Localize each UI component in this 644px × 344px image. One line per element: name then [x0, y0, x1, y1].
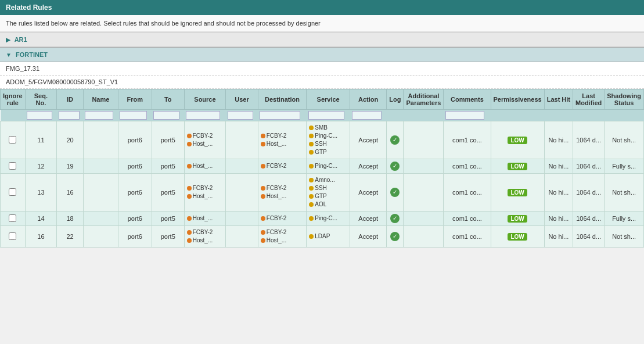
low-badge: LOW [508, 163, 527, 170]
cell-log-0: ✓ [387, 121, 404, 159]
cell-additional-3 [404, 212, 444, 226]
cell-log-2: ✓ [387, 174, 404, 212]
description-text: The rules listed below are related. Sele… [0, 15, 644, 32]
cell-name-4 [83, 226, 118, 248]
cell-last-modified-4: 1064 d... [573, 226, 605, 248]
filter-from-input[interactable] [120, 111, 147, 120]
section-ar1: ▶ AR1 [0, 32, 644, 47]
low-badge: LOW [508, 137, 527, 144]
cell-last-modified-3: 1064 d... [573, 212, 605, 226]
cell-last-modified-2: 1064 d... [573, 174, 605, 212]
filter-to[interactable] [152, 110, 184, 121]
table-row: 1622port6port5FCBY-2Host_...FCBY-2Host_.… [1, 226, 644, 248]
log-check-icon: ✓ [390, 135, 400, 145]
ignore-checkbox-0[interactable] [9, 136, 16, 144]
col-action: Action [350, 89, 387, 110]
filter-id-input[interactable] [59, 111, 80, 120]
col-additional: AdditionalParameters [404, 89, 444, 110]
ignore-checkbox-4[interactable] [9, 232, 16, 240]
col-permissiveness: Permissiveness [491, 89, 544, 110]
filter-to-input[interactable] [153, 111, 179, 120]
cell-destination-3: FCBY-2 [258, 212, 307, 226]
cell-additional-1 [404, 159, 444, 174]
filter-user-input[interactable] [228, 111, 254, 120]
cell-service-4: LDAP [307, 226, 350, 248]
cell-from-4: port6 [118, 226, 152, 248]
cell-source-2: FCBY-2Host_... [184, 174, 225, 212]
filter-seq[interactable] [25, 110, 57, 121]
col-ignore-rule: Ignorerule [1, 89, 26, 110]
section-header-ar1[interactable]: ▶ AR1 [0, 32, 644, 47]
filter-user[interactable] [226, 110, 258, 121]
title-bar: Related Rules [0, 0, 644, 15]
cell-additional-0 [404, 121, 444, 159]
cell-user-3 [226, 212, 258, 226]
rules-table: Ignorerule Seq.No. ID Name From To Sourc… [0, 89, 644, 248]
cell-seq-1: 12 [25, 159, 57, 174]
page-title: Related Rules [6, 3, 52, 12]
col-seq-no: Seq.No. [25, 89, 57, 110]
cell-id-0: 20 [57, 121, 84, 159]
cell-service-3: Ping-C... [307, 212, 350, 226]
table-row: 1316port6port5FCBY-2Host_...FCBY-2Host_.… [1, 174, 644, 212]
low-badge: LOW [508, 215, 527, 223]
arrow-icon-fortinet: ▼ [6, 52, 12, 58]
filter-destination-input[interactable] [260, 111, 300, 120]
cell-comments-1: com1 co... [444, 159, 491, 174]
cell-comments-3: com1 co... [444, 212, 491, 226]
filter-comments[interactable] [444, 110, 491, 121]
filter-from[interactable] [118, 110, 152, 121]
cell-action-1: Accept [350, 159, 387, 174]
cell-last-hit-0: No hi... [544, 121, 573, 159]
filter-id[interactable] [57, 110, 84, 121]
section-label-fortinet: FORTINET [16, 51, 48, 58]
filter-source-input[interactable] [186, 111, 220, 120]
cell-permissiveness-3: LOW [491, 212, 544, 226]
cell-user-0 [226, 121, 258, 159]
subsection-fmg: FMG_17.31 [0, 62, 644, 76]
table-row: 1120port6port5FCBY-2Host_...FCBY-2Host_.… [1, 121, 644, 159]
cell-last-hit-1: No hi... [544, 159, 573, 174]
filter-service-input[interactable] [308, 111, 344, 120]
cell-ignore-1[interactable] [1, 159, 26, 174]
cell-permissiveness-4: LOW [491, 226, 544, 248]
cell-destination-1: FCBY-2 [258, 159, 307, 174]
filter-source[interactable] [184, 110, 225, 121]
cell-action-2: Accept [350, 174, 387, 212]
ignore-checkbox-1[interactable] [9, 162, 16, 170]
filter-name-input[interactable] [85, 111, 113, 120]
log-check-icon: ✓ [390, 162, 400, 171]
cell-to-0: port5 [152, 121, 184, 159]
cell-ignore-4[interactable] [1, 226, 26, 248]
cell-seq-4: 16 [25, 226, 57, 248]
ignore-checkbox-3[interactable] [9, 214, 16, 222]
cell-seq-3: 14 [25, 212, 57, 226]
cell-ignore-0[interactable] [1, 121, 26, 159]
filter-service[interactable] [307, 110, 350, 121]
section-header-fortinet[interactable]: ▼ FORTINET [0, 47, 644, 62]
filter-name[interactable] [83, 110, 118, 121]
ignore-checkbox-2[interactable] [9, 188, 16, 196]
cell-shadowing-status-4: Not sh... [605, 226, 644, 248]
cell-ignore-3[interactable] [1, 212, 26, 226]
cell-to-3: port5 [152, 212, 184, 226]
filter-permissiveness [491, 110, 544, 121]
cell-ignore-2[interactable] [1, 174, 26, 212]
cell-shadowing-status-3: Fully s... [605, 212, 644, 226]
cell-comments-0: com1 co... [444, 121, 491, 159]
cell-action-3: Accept [350, 212, 387, 226]
filter-action[interactable] [350, 110, 387, 121]
cell-comments-4: com1 co... [444, 226, 491, 248]
filter-comments-input[interactable] [445, 111, 485, 120]
cell-seq-0: 11 [25, 121, 57, 159]
cell-service-2: Amno...SSHGTPAOL [307, 174, 350, 212]
filter-action-input[interactable] [352, 111, 382, 120]
table-row: 1219port6port5Host_...FCBY-2Ping-C...Acc… [1, 159, 644, 174]
col-to: To [152, 89, 184, 110]
filter-log [387, 110, 404, 121]
cell-service-1: Ping-C... [307, 159, 350, 174]
cell-destination-2: FCBY-2Host_... [258, 174, 307, 212]
filter-seq-input[interactable] [27, 111, 52, 120]
filter-destination[interactable] [258, 110, 307, 121]
cell-id-1: 19 [57, 159, 84, 174]
